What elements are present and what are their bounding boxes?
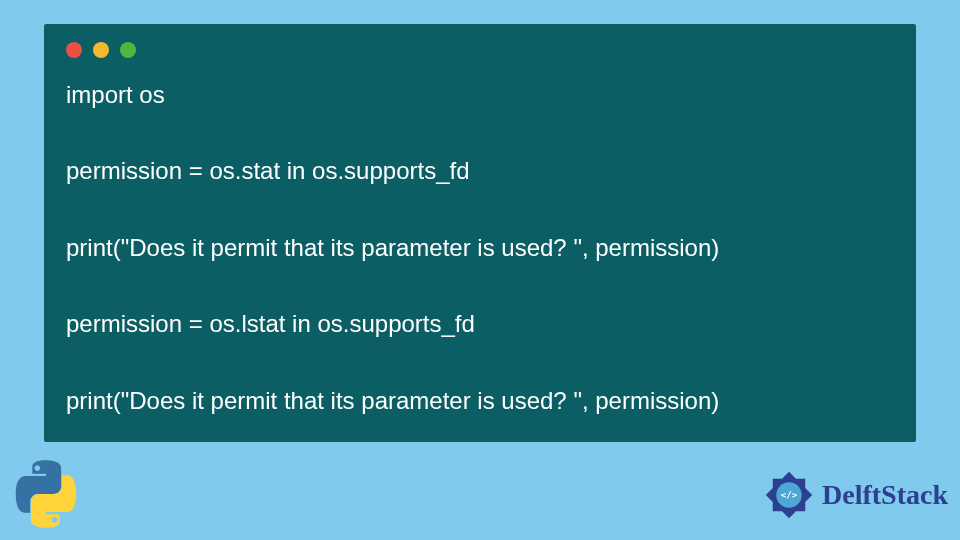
blank-line	[66, 267, 894, 305]
delft-logo-icon: </>	[760, 466, 818, 524]
delft-brand: </> DelftStack	[760, 466, 948, 524]
window-controls	[44, 24, 916, 68]
code-window: import os permission = os.stat in os.sup…	[44, 24, 916, 442]
brand-name: DelftStack	[822, 479, 948, 511]
blank-line	[66, 344, 894, 382]
window-close-icon	[66, 42, 82, 58]
code-line-3: print("Does it permit that its parameter…	[66, 229, 894, 267]
window-maximize-icon	[120, 42, 136, 58]
code-line-1: import os	[66, 76, 894, 114]
code-line-2: permission = os.stat in os.supports_fd	[66, 152, 894, 190]
code-line-4: permission = os.lstat in os.supports_fd	[66, 305, 894, 343]
svg-text:</>: </>	[781, 489, 798, 500]
blank-line	[66, 114, 894, 152]
window-minimize-icon	[93, 42, 109, 58]
code-content: import os permission = os.stat in os.sup…	[44, 68, 916, 442]
code-line-5: print("Does it permit that its parameter…	[66, 382, 894, 420]
blank-line	[66, 191, 894, 229]
python-logo-icon	[10, 458, 82, 530]
